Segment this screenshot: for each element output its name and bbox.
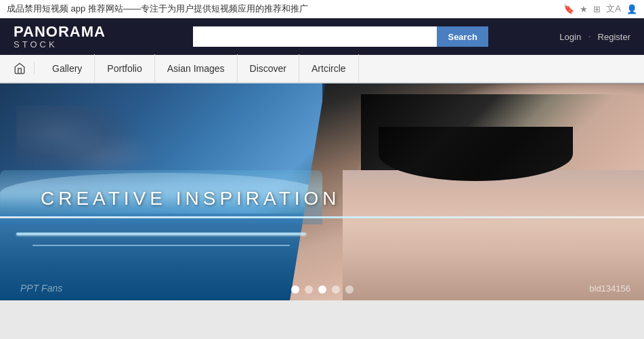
carousel-dot-3[interactable]: [318, 285, 326, 294]
translate-icon[interactable]: 文A: [606, 3, 621, 15]
carousel-dots: [291, 285, 353, 294]
banner-text: 成品禁用短视频 app 推荐网站——专注于为用户提供短视频应用的推荐和推广: [7, 3, 308, 15]
register-link[interactable]: Register: [598, 32, 630, 42]
header: PANORAMA STOCK Search Login · Register: [0, 18, 644, 55]
user-icon[interactable]: 👤: [626, 4, 637, 14]
logo-line1: PANORAMA: [14, 24, 122, 40]
hero-section: CREATIVE INSPIRATION PPT Fans bld134156: [0, 83, 644, 300]
auth-separator: ·: [588, 31, 591, 43]
hero-text: CREATIVE INSPIRATION: [41, 188, 341, 210]
hero-right-panel: [290, 83, 644, 300]
hero-watermark: PPT Fans: [20, 283, 62, 294]
hero-waterline: [0, 216, 644, 218]
top-banner: 成品禁用短视频 app 推荐网站——专注于为用户提供短视频应用的推荐和推广 🔖 …: [0, 0, 644, 18]
nav-gallery[interactable]: Gallery: [40, 54, 95, 83]
hero-image-id: bld134156: [589, 283, 630, 294]
grid-icon[interactable]: ⊞: [593, 4, 601, 14]
login-link[interactable]: Login: [559, 32, 581, 42]
nav-portfolio[interactable]: Portfolio: [95, 54, 154, 83]
banner-icons: 🔖 ★ ⊞ 文A 👤: [563, 3, 637, 15]
bookmark-icon[interactable]: 🔖: [563, 4, 574, 14]
logo-line2: STOCK: [14, 40, 122, 49]
carousel-dot-1[interactable]: [291, 285, 299, 294]
nav-home[interactable]: [14, 62, 35, 75]
nav-discover[interactable]: Discover: [238, 54, 299, 83]
home-icon: [14, 62, 26, 75]
star-icon[interactable]: ★: [580, 4, 588, 14]
carousel-dot-5[interactable]: [345, 285, 353, 294]
auth-area: Login · Register: [559, 31, 630, 43]
carousel-dot-2[interactable]: [305, 285, 313, 294]
logo: PANORAMA STOCK: [14, 24, 122, 49]
nav-artcircle[interactable]: Artcircle: [299, 54, 359, 83]
carousel-dot-4[interactable]: [332, 285, 340, 294]
nav-asian-images[interactable]: Asian Images: [155, 54, 238, 83]
search-area: Search: [135, 26, 546, 47]
search-input[interactable]: [193, 26, 437, 47]
search-button[interactable]: Search: [437, 26, 488, 47]
navbar: Gallery Portfolio Asian Images Discover …: [0, 55, 644, 83]
